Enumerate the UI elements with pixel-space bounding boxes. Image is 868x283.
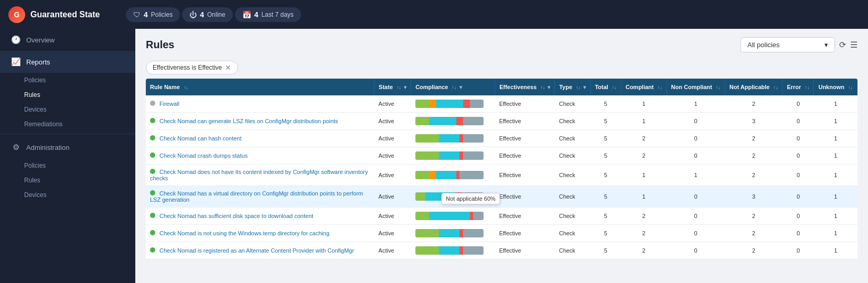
- non-compliant-sort-icons[interactable]: ↑↓: [716, 85, 721, 90]
- rule-name-sort-icons[interactable]: ↑↓: [184, 85, 188, 90]
- not-applicable-cell: 2: [725, 225, 783, 242]
- rule-name-link[interactable]: Check Nomad is registered as an Alternat…: [159, 247, 354, 254]
- state-cell: Active: [374, 208, 411, 225]
- state-cell: Active: [374, 130, 411, 147]
- reports-submenu: Policies Rules Devices Remediations: [0, 73, 135, 132]
- sidebar-sub-rules[interactable]: Rules: [24, 88, 135, 102]
- state-filter-icon[interactable]: ▾: [404, 84, 406, 90]
- not-applicable-cell: 2: [725, 130, 783, 147]
- compliance-cell: [411, 95, 495, 113]
- rule-name-link[interactable]: Check Nomad is not using the Windows tem…: [159, 230, 329, 236]
- rule-name-cell: Firewall: [146, 95, 374, 113]
- compliance-cell: [411, 186, 495, 208]
- compliant-cell: 2: [621, 242, 667, 259]
- overview-label: Overview: [26, 36, 55, 44]
- rule-name-cell: Check Nomad does not have its content in…: [146, 165, 374, 186]
- bar-segment-bar-not-applicable: [439, 246, 459, 255]
- sidebar-item-reports[interactable]: 📈 Reports: [0, 51, 135, 73]
- non-compliant-cell: 1: [667, 95, 725, 113]
- sidebar-item-overview[interactable]: 🕐 Overview: [0, 29, 135, 51]
- bar-segment-bar-unknown: [463, 134, 484, 143]
- bar-segment-bar-not-applicable: [436, 100, 463, 108]
- rule-name-link[interactable]: Check Nomad crash dumps status: [159, 153, 248, 159]
- col-header-non-compliant: Non Compliant ↑↓: [667, 79, 725, 95]
- overview-icon: 🕐: [10, 35, 21, 45]
- rule-name-cell: Check Nomad crash dumps status: [146, 147, 374, 165]
- non-compliant-cell: 0: [667, 113, 725, 130]
- rule-name-link[interactable]: Check Nomad does not have its content in…: [150, 169, 368, 181]
- sidebar-sub-remediations[interactable]: Remediations: [24, 117, 135, 132]
- error-sort-icons[interactable]: ↑↓: [805, 85, 809, 90]
- rule-name-link[interactable]: Firewall: [159, 101, 179, 107]
- state-cell: Active: [374, 147, 411, 165]
- bar-segment-bar-compliant: [415, 134, 440, 143]
- error-cell: 0: [783, 165, 814, 186]
- chevron-down-icon: ▾: [824, 41, 828, 49]
- policies-pill[interactable]: 🛡 4 Policies: [126, 7, 180, 22]
- policy-dropdown[interactable]: All policies ▾: [741, 37, 835, 52]
- table-row: Check Nomad has sufficient disk space to…: [146, 208, 858, 225]
- bar-segment-bar-not-applicable: [429, 212, 470, 220]
- compliance-filter-icon[interactable]: ▾: [459, 84, 462, 90]
- total-sort-icons[interactable]: ↑↓: [612, 85, 617, 90]
- rule-name-link[interactable]: Check Nomad has sufficient disk space to…: [159, 213, 313, 219]
- topbar: G Guaranteed State 🛡 4 Policies ⏻ 4 Onli…: [0, 0, 868, 29]
- status-dot: [150, 169, 155, 174]
- compliant-cell: 2: [621, 208, 667, 225]
- type-cell: Check: [555, 113, 591, 130]
- unknown-cell: 1: [814, 208, 858, 225]
- sidebar-sub-policies[interactable]: Policies: [24, 73, 135, 88]
- not-applicable-sort-icons[interactable]: ↑↓: [773, 85, 778, 90]
- effectiveness-cell: Effective: [495, 147, 555, 165]
- effectiveness-filter-icon[interactable]: ▾: [548, 84, 550, 90]
- sidebar-admin-rules[interactable]: Rules: [24, 173, 135, 188]
- sidebar-admin-devices[interactable]: Devices: [24, 188, 135, 202]
- rule-name-link[interactable]: Check Nomad can hash content: [159, 135, 242, 142]
- sidebar-item-administration[interactable]: ⚙ Administration: [0, 136, 135, 158]
- status-dot: [150, 135, 155, 140]
- bar-segment-bar-compliant: [415, 229, 440, 237]
- type-cell: Check: [555, 225, 591, 242]
- rule-name-link[interactable]: Check Nomad can generate LSZ files on Co…: [159, 118, 338, 124]
- refresh-button[interactable]: ⟳: [839, 40, 846, 50]
- type-cell: Check: [555, 186, 591, 208]
- state-sort-icons[interactable]: ↑↓: [397, 85, 401, 90]
- menu-button[interactable]: ☰: [850, 40, 858, 50]
- bar-segment-bar-unknown: [462, 192, 484, 201]
- compliant-cell: 1: [621, 95, 667, 113]
- col-header-error: Error ↑↓: [783, 79, 814, 95]
- app-title: Guaranteed State: [30, 10, 100, 19]
- effectiveness-cell: Effective: [495, 242, 555, 259]
- bar-segment-bar-not-applicable: [439, 151, 459, 160]
- days-pill[interactable]: 📅 4 Last 7 days: [235, 7, 301, 22]
- bar-segment-bar-compliant: [415, 151, 440, 160]
- compliant-sort-icons[interactable]: ↑↓: [658, 85, 662, 90]
- error-cell: 0: [783, 95, 814, 113]
- compliance-bar: [415, 117, 484, 125]
- compliance-cell: [411, 242, 495, 259]
- effectiveness-sort-icons[interactable]: ↑↓: [540, 85, 545, 90]
- type-sort-icons[interactable]: ↑↓: [576, 85, 581, 90]
- compliance-sort-icons[interactable]: ↑↓: [452, 85, 457, 90]
- filter-tag-remove[interactable]: ✕: [225, 64, 231, 71]
- effectiveness-cell: Effective: [495, 95, 555, 113]
- total-cell: 5: [591, 242, 621, 259]
- unknown-cell: 1: [814, 147, 858, 165]
- status-dot: [150, 153, 155, 158]
- unknown-sort-icons[interactable]: ↑↓: [848, 85, 853, 90]
- col-header-total: Total ↑↓: [591, 79, 621, 95]
- rule-name-link[interactable]: Check Nomad has a virtual directory on C…: [150, 190, 363, 203]
- table-row: Check Nomad is registered as an Alternat…: [146, 242, 858, 259]
- online-pill[interactable]: ⏻ 4 Online: [182, 7, 232, 22]
- unknown-cell: 1: [814, 225, 858, 242]
- unknown-cell: 1: [814, 95, 858, 113]
- type-cell: Check: [555, 147, 591, 165]
- online-count: 4: [200, 10, 204, 19]
- sidebar-sub-devices[interactable]: Devices: [24, 102, 135, 117]
- sidebar-admin-policies[interactable]: Policies: [24, 158, 135, 173]
- type-cell: Check: [555, 208, 591, 225]
- online-label: Online: [207, 11, 226, 18]
- type-filter-icon[interactable]: ▾: [583, 84, 586, 90]
- filter-tag-effectiveness: Effectiveness is Effective ✕: [146, 61, 238, 74]
- col-header-effectiveness: Effectiveness ↑↓ ▾: [495, 79, 555, 95]
